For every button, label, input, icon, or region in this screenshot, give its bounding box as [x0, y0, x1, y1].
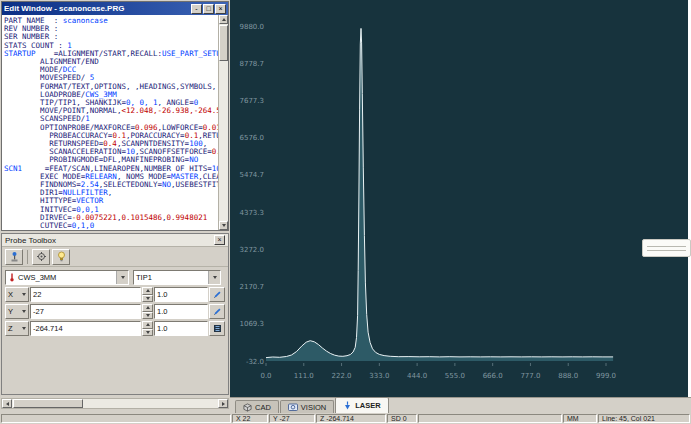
x-value-input[interactable] — [30, 287, 141, 302]
cube-icon — [243, 403, 252, 412]
scrollbar-thumb[interactable] — [13, 399, 83, 408]
probe-file-value: CWS_3MM — [18, 273, 56, 282]
view-tabbar: CAD VISION LASER — [230, 397, 691, 413]
close-icon[interactable]: × — [214, 235, 225, 245]
svg-text:4373.3: 4373.3 — [240, 209, 265, 217]
x-step-input[interactable] — [154, 287, 208, 302]
svg-text:-32.0: -32.0 — [246, 358, 264, 366]
edit-window-title: Edit Window - scanoncase.PRG — [4, 4, 190, 13]
probe-toolbox-toolbar — [2, 247, 228, 267]
axis-x-button[interactable]: X — [5, 287, 29, 302]
spin-down-icon[interactable] — [142, 329, 153, 337]
scrollbar-thumb[interactable] — [219, 25, 228, 61]
spin-up-icon[interactable] — [142, 321, 153, 329]
tab-vision[interactable]: VISION — [280, 400, 334, 413]
y-step-input[interactable] — [154, 304, 208, 319]
chevron-down-icon[interactable] — [116, 271, 128, 284]
spin-up-icon[interactable] — [142, 304, 153, 312]
status-caret-position: Line: 45, Col 021 — [598, 414, 690, 423]
axis-y-button[interactable]: Y — [5, 304, 29, 319]
status-empty — [1, 414, 231, 423]
svg-text:1069.3: 1069.3 — [240, 320, 265, 328]
z-spinner[interactable] — [142, 321, 153, 336]
close-icon[interactable]: × — [215, 4, 226, 14]
laser-icon — [343, 401, 352, 410]
z-step-input[interactable] — [154, 321, 208, 336]
scroll-right-icon[interactable] — [218, 399, 228, 408]
svg-text:888.0: 888.0 — [558, 372, 578, 380]
chevron-down-icon — [22, 327, 26, 330]
camera-icon — [288, 403, 298, 411]
svg-text:9880.0: 9880.0 — [240, 23, 265, 31]
svg-text:333.0: 333.0 — [369, 372, 389, 380]
axis-row-y: Y — [5, 304, 225, 319]
edit-window-titlebar[interactable]: Edit Window - scanoncase.PRG - □ × — [2, 2, 228, 15]
z-grid-button[interactable] — [209, 321, 225, 336]
svg-text:111.0: 111.0 — [294, 372, 314, 380]
tip-select[interactable]: TIP1 — [133, 270, 221, 285]
svg-text:555.0: 555.0 — [445, 372, 465, 380]
spin-down-icon[interactable] — [142, 312, 153, 320]
status-z: Z -264.714 — [316, 414, 386, 423]
y-spinner[interactable] — [142, 304, 153, 319]
maximize-icon[interactable]: □ — [203, 4, 214, 14]
minimize-icon[interactable]: - — [191, 4, 202, 14]
svg-text:666.0: 666.0 — [483, 372, 503, 380]
profile-plot: 9880.08778.77677.36576.05474.74373.33272… — [230, 0, 688, 397]
svg-text:8778.7: 8778.7 — [240, 60, 265, 68]
z-value-input[interactable] — [30, 321, 141, 336]
grid-icon — [213, 324, 222, 333]
scroll-up-icon[interactable] — [219, 15, 228, 24]
code-editor[interactable]: PART NAME : scanoncaseREV NUMBER : SER N… — [2, 15, 218, 230]
grip-line — [647, 250, 686, 251]
probe-file-select[interactable]: CWS_3MM — [5, 270, 129, 285]
y-value-input[interactable] — [30, 304, 141, 319]
horizontal-scrollbar[interactable] — [1, 398, 229, 409]
axis-z-button[interactable]: Z — [5, 321, 29, 336]
svg-text:222.0: 222.0 — [332, 372, 352, 380]
axis-row-z: Z — [5, 321, 225, 336]
svg-text:444.0: 444.0 — [407, 372, 427, 380]
probe-options-button[interactable] — [32, 249, 50, 265]
probe-icon — [8, 273, 16, 282]
x-spinner[interactable] — [142, 287, 153, 302]
svg-text:3272.0: 3272.0 — [240, 246, 265, 254]
probe-selectors: CWS_3MM TIP1 — [5, 270, 225, 285]
chevron-down-icon[interactable] — [208, 271, 220, 284]
tab-cad[interactable]: CAD — [235, 400, 279, 413]
chevron-down-icon — [22, 310, 26, 313]
svg-text:0.0: 0.0 — [260, 372, 271, 380]
svg-text:5474.7: 5474.7 — [240, 171, 265, 179]
status-y: Y -27 — [269, 414, 315, 423]
status-bar: X 22 Y -27 Z -264.714 SD 0 MM Line: 45, … — [0, 413, 691, 424]
svg-text:2170.7: 2170.7 — [240, 283, 265, 291]
status-x: X 22 — [232, 414, 268, 423]
gear-icon — [36, 251, 47, 262]
svg-text:777.0: 777.0 — [520, 372, 540, 380]
grip-line — [647, 246, 686, 247]
probe-toolbox: Probe Toolbox × CWS_3MM TIP1 — [1, 233, 229, 395]
svg-text:6576.0: 6576.0 — [240, 134, 265, 142]
illumination-button[interactable] — [52, 249, 70, 265]
lightbulb-icon — [57, 251, 66, 263]
status-filler — [418, 414, 562, 423]
scroll-down-icon[interactable] — [219, 221, 228, 230]
status-sd: SD 0 — [387, 414, 417, 423]
joystick-icon — [9, 251, 20, 263]
x-jog-button[interactable] — [209, 287, 225, 302]
spin-up-icon[interactable] — [142, 287, 153, 295]
edit-window-scrollbar[interactable] — [218, 15, 228, 230]
spin-down-icon[interactable] — [142, 295, 153, 303]
probe-toolbox-titlebar[interactable]: Probe Toolbox × — [2, 234, 228, 247]
scroll-left-icon[interactable] — [2, 399, 12, 408]
svg-text:999.0: 999.0 — [596, 372, 616, 380]
tip-value: TIP1 — [136, 273, 152, 282]
left-panel: Edit Window - scanoncase.PRG - □ × PART … — [0, 0, 230, 413]
code-line: CUTVEC=0,1,0 — [4, 222, 218, 230]
docking-handle[interactable] — [642, 239, 691, 257]
y-jog-button[interactable] — [209, 304, 225, 319]
toolbar-separator — [27, 250, 28, 264]
edit-window: Edit Window - scanoncase.PRG - □ × PART … — [1, 1, 229, 231]
probe-position-button[interactable] — [5, 249, 23, 265]
tab-laser[interactable]: LASER — [335, 397, 388, 413]
